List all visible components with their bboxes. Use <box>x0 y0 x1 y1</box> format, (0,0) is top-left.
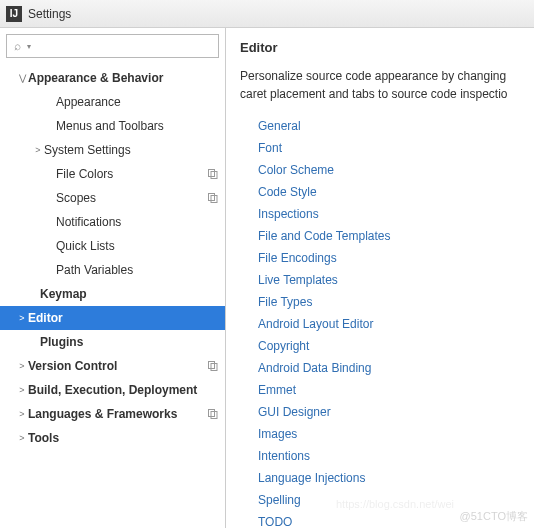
tree-item-label: Quick Lists <box>56 239 219 253</box>
content-panel: Editor Personalize source code appearanc… <box>226 28 534 528</box>
tree-item-label: Editor <box>28 311 219 325</box>
link-android-layout-editor[interactable]: Android Layout Editor <box>258 313 534 335</box>
link-inspections[interactable]: Inspections <box>258 203 534 225</box>
tree-item-menus-and-toolbars[interactable]: Menus and Toolbars <box>0 114 225 138</box>
tree-item-appearance[interactable]: Appearance <box>0 90 225 114</box>
tree-item-languages-frameworks[interactable]: >Languages & Frameworks <box>0 402 225 426</box>
link-todo[interactable]: TODO <box>258 511 534 528</box>
tree-item-label: Notifications <box>56 215 219 229</box>
tree-item-label: Appearance & Behavior <box>28 71 219 85</box>
project-scope-icon <box>207 408 219 420</box>
link-live-templates[interactable]: Live Templates <box>258 269 534 291</box>
tree-item-label: Build, Execution, Deployment <box>28 383 219 397</box>
link-color-scheme[interactable]: Color Scheme <box>258 159 534 181</box>
tree-item-label: System Settings <box>44 143 219 157</box>
link-file-encodings[interactable]: File Encodings <box>258 247 534 269</box>
link-general[interactable]: General <box>258 115 534 137</box>
link-intentions[interactable]: Intentions <box>258 445 534 467</box>
main-container: ⌕ ▾ ⋁Appearance & BehaviorAppearanceMenu… <box>0 28 534 528</box>
tree-item-keymap[interactable]: Keymap <box>0 282 225 306</box>
tree-item-plugins[interactable]: Plugins <box>0 330 225 354</box>
settings-tree: ⋁Appearance & BehaviorAppearanceMenus an… <box>0 62 225 460</box>
link-file-types[interactable]: File Types <box>258 291 534 313</box>
chevron-down-icon[interactable]: ⋁ <box>16 73 28 83</box>
search-icon: ⌕ <box>7 39 27 53</box>
tree-item-file-colors[interactable]: File Colors <box>0 162 225 186</box>
tree-item-label: Tools <box>28 431 219 445</box>
sidebar: ⌕ ▾ ⋁Appearance & BehaviorAppearanceMenu… <box>0 28 226 528</box>
project-scope-icon <box>207 192 219 204</box>
chevron-right-icon[interactable]: > <box>16 361 28 371</box>
project-scope-icon <box>207 168 219 180</box>
chevron-right-icon[interactable]: > <box>16 409 28 419</box>
titlebar: IJ Settings <box>0 0 534 28</box>
link-emmet[interactable]: Emmet <box>258 379 534 401</box>
chevron-right-icon[interactable]: > <box>32 145 44 155</box>
link-gui-designer[interactable]: GUI Designer <box>258 401 534 423</box>
app-icon: IJ <box>6 6 22 22</box>
tree-item-label: Keymap <box>40 287 219 301</box>
link-spelling[interactable]: Spelling <box>258 489 534 511</box>
search-field[interactable]: ⌕ ▾ <box>6 34 219 58</box>
tree-item-path-variables[interactable]: Path Variables <box>0 258 225 282</box>
tree-item-build-execution-deployment[interactable]: >Build, Execution, Deployment <box>0 378 225 402</box>
link-copyright[interactable]: Copyright <box>258 335 534 357</box>
tree-item-label: Path Variables <box>56 263 219 277</box>
tree-item-label: Scopes <box>56 191 207 205</box>
link-code-style[interactable]: Code Style <box>258 181 534 203</box>
search-input[interactable] <box>33 39 218 53</box>
tree-item-system-settings[interactable]: >System Settings <box>0 138 225 162</box>
tree-item-appearance-behavior[interactable]: ⋁Appearance & Behavior <box>0 66 225 90</box>
tree-item-label: Menus and Toolbars <box>56 119 219 133</box>
tree-item-label: File Colors <box>56 167 207 181</box>
tree-item-label: Version Control <box>28 359 207 373</box>
chevron-right-icon[interactable]: > <box>16 385 28 395</box>
link-font[interactable]: Font <box>258 137 534 159</box>
search-row: ⌕ ▾ <box>0 28 225 62</box>
window-title: Settings <box>28 7 71 21</box>
link-language-injections[interactable]: Language Injections <box>258 467 534 489</box>
tree-item-version-control[interactable]: >Version Control <box>0 354 225 378</box>
panel-heading: Editor <box>240 40 534 55</box>
chevron-right-icon[interactable]: > <box>16 313 28 323</box>
editor-links: GeneralFontColor SchemeCode StyleInspect… <box>240 115 534 528</box>
panel-description: Personalize source code appearance by ch… <box>240 67 534 103</box>
tree-item-editor[interactable]: >Editor <box>0 306 225 330</box>
tree-item-label: Plugins <box>40 335 219 349</box>
tree-item-notifications[interactable]: Notifications <box>0 210 225 234</box>
chevron-right-icon[interactable]: > <box>16 433 28 443</box>
tree-item-label: Appearance <box>56 95 219 109</box>
tree-item-label: Languages & Frameworks <box>28 407 207 421</box>
link-file-and-code-templates[interactable]: File and Code Templates <box>258 225 534 247</box>
project-scope-icon <box>207 360 219 372</box>
link-android-data-binding[interactable]: Android Data Binding <box>258 357 534 379</box>
tree-item-quick-lists[interactable]: Quick Lists <box>0 234 225 258</box>
tree-item-tools[interactable]: >Tools <box>0 426 225 450</box>
tree-item-scopes[interactable]: Scopes <box>0 186 225 210</box>
link-images[interactable]: Images <box>258 423 534 445</box>
